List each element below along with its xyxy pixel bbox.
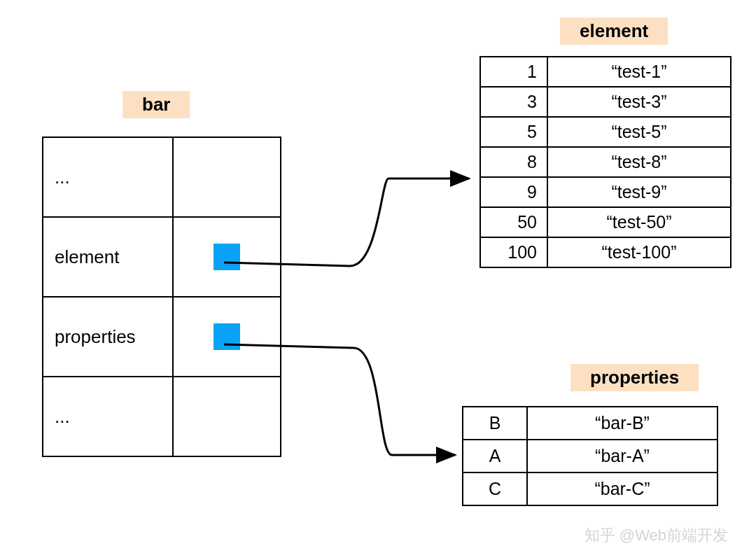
dict-value: “test-50” bbox=[547, 207, 731, 237]
bar-table: ... element properties ... bbox=[42, 136, 281, 457]
element-table: 1“test-1”3“test-3”5“test-5”8“test-8”9“te… bbox=[479, 56, 732, 268]
dict-value: “test-8” bbox=[547, 147, 731, 177]
bar-row: properties bbox=[43, 297, 281, 377]
table-row: C“bar-C” bbox=[463, 472, 718, 505]
element-tbody: 1“test-1”3“test-3”5“test-5”8“test-8”9“te… bbox=[480, 57, 731, 267]
table-row: 50“test-50” bbox=[480, 207, 731, 237]
dict-value: “test-5” bbox=[547, 117, 731, 147]
table-row: 5“test-5” bbox=[480, 117, 731, 147]
bar-row-val bbox=[173, 137, 281, 217]
dict-key: 100 bbox=[480, 237, 547, 267]
dict-key: B bbox=[463, 407, 527, 440]
dict-key: A bbox=[463, 440, 527, 472]
bar-label: bar bbox=[122, 91, 190, 118]
dict-value: “bar-B” bbox=[527, 407, 718, 440]
dict-key: 9 bbox=[480, 177, 547, 207]
watermark: 知乎 @Web前端开发 bbox=[584, 525, 728, 546]
dict-value: “test-100” bbox=[547, 237, 731, 267]
dict-key: 50 bbox=[480, 207, 547, 237]
bar-row-key: ... bbox=[43, 137, 173, 217]
dict-value: “test-1” bbox=[547, 57, 731, 87]
properties-label: properties bbox=[570, 364, 699, 391]
bar-row-val bbox=[173, 377, 281, 456]
dict-value: “test-9” bbox=[547, 177, 731, 207]
properties-table: B“bar-B”A“bar-A”C“bar-C” bbox=[462, 406, 718, 506]
dict-key: C bbox=[463, 472, 527, 505]
bar-row: ... bbox=[43, 377, 281, 456]
table-row: 1“test-1” bbox=[480, 57, 731, 87]
diagram-canvas: bar ... element properties ... element 1… bbox=[0, 0, 756, 560]
dict-value: “bar-C” bbox=[527, 472, 718, 505]
table-row: 3“test-3” bbox=[480, 87, 731, 117]
bar-row-val bbox=[173, 297, 281, 377]
dict-key: 5 bbox=[480, 117, 547, 147]
bar-row-key: properties bbox=[43, 297, 173, 377]
table-row: 100“test-100” bbox=[480, 237, 731, 267]
dict-value: “bar-A” bbox=[527, 440, 718, 472]
table-row: 8“test-8” bbox=[480, 147, 731, 177]
element-label: element bbox=[560, 18, 668, 45]
pointer-icon bbox=[214, 323, 240, 350]
dict-key: 1 bbox=[480, 57, 547, 87]
bar-row: element bbox=[43, 217, 281, 297]
dict-value: “test-3” bbox=[547, 87, 731, 117]
pointer-icon bbox=[214, 244, 240, 270]
bar-row: ... bbox=[43, 137, 281, 217]
bar-row-val bbox=[173, 217, 281, 297]
bar-row-key: element bbox=[43, 217, 173, 297]
table-row: 9“test-9” bbox=[480, 177, 731, 207]
properties-tbody: B“bar-B”A“bar-A”C“bar-C” bbox=[463, 407, 718, 505]
bar-row-key: ... bbox=[43, 377, 173, 456]
dict-key: 8 bbox=[480, 147, 547, 177]
dict-key: 3 bbox=[480, 87, 547, 117]
table-row: B“bar-B” bbox=[463, 407, 718, 440]
table-row: A“bar-A” bbox=[463, 440, 718, 472]
